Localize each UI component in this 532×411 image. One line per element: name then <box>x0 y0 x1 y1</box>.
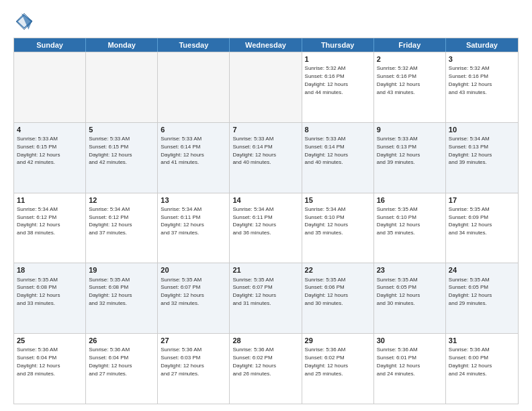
day-info: Sunrise: 5:35 AM Sunset: 6:07 PM Dayligh… <box>232 277 275 306</box>
day-cell-8: 8Sunrise: 5:33 AM Sunset: 6:14 PM Daylig… <box>302 123 374 193</box>
day-cell-24: 24Sunrise: 5:35 AM Sunset: 6:05 PM Dayli… <box>446 263 518 333</box>
day-info: Sunrise: 5:35 AM Sunset: 6:09 PM Dayligh… <box>449 206 492 236</box>
day-number: 10 <box>449 125 515 134</box>
day-cell-27: 27Sunrise: 5:36 AM Sunset: 6:03 PM Dayli… <box>158 334 230 404</box>
day-info: Sunrise: 5:33 AM Sunset: 6:14 PM Dayligh… <box>232 136 275 165</box>
day-cell-25: 25Sunrise: 5:36 AM Sunset: 6:04 PM Dayli… <box>14 334 86 404</box>
day-cell-3: 3Sunrise: 5:32 AM Sunset: 6:16 PM Daylig… <box>446 52 518 122</box>
day-number: 11 <box>17 195 83 205</box>
day-cell-6: 6Sunrise: 5:33 AM Sunset: 6:14 PM Daylig… <box>158 123 230 193</box>
day-cell-23: 23Sunrise: 5:35 AM Sunset: 6:05 PM Dayli… <box>374 263 446 333</box>
day-number: 25 <box>17 336 83 345</box>
day-cell-11: 11Sunrise: 5:34 AM Sunset: 6:12 PM Dayli… <box>14 193 86 263</box>
day-cell-28: 28Sunrise: 5:36 AM Sunset: 6:02 PM Dayli… <box>230 334 302 404</box>
day-info: Sunrise: 5:33 AM Sunset: 6:13 PM Dayligh… <box>377 136 420 165</box>
calendar-body: 1Sunrise: 5:32 AM Sunset: 6:16 PM Daylig… <box>14 52 518 404</box>
header-day-tuesday: Tuesday <box>158 38 230 52</box>
day-cell-22: 22Sunrise: 5:35 AM Sunset: 6:06 PM Dayli… <box>302 263 374 333</box>
day-info: Sunrise: 5:35 AM Sunset: 6:08 PM Dayligh… <box>89 277 132 306</box>
day-info: Sunrise: 5:35 AM Sunset: 6:05 PM Dayligh… <box>449 277 492 306</box>
day-cell-12: 12Sunrise: 5:34 AM Sunset: 6:12 PM Dayli… <box>86 193 158 263</box>
day-number: 23 <box>377 265 443 275</box>
day-number: 22 <box>305 265 371 275</box>
empty-cell-0-1 <box>86 52 158 122</box>
day-cell-18: 18Sunrise: 5:35 AM Sunset: 6:08 PM Dayli… <box>14 263 86 333</box>
day-info: Sunrise: 5:36 AM Sunset: 6:02 PM Dayligh… <box>232 347 275 376</box>
day-number: 29 <box>305 336 371 345</box>
day-cell-21: 21Sunrise: 5:35 AM Sunset: 6:07 PM Dayli… <box>230 263 302 333</box>
day-cell-4: 4Sunrise: 5:33 AM Sunset: 6:15 PM Daylig… <box>14 123 86 193</box>
header-day-saturday: Saturday <box>446 38 518 52</box>
day-cell-17: 17Sunrise: 5:35 AM Sunset: 6:09 PM Dayli… <box>446 193 518 263</box>
empty-cell-0-3 <box>230 52 302 122</box>
day-info: Sunrise: 5:34 AM Sunset: 6:11 PM Dayligh… <box>232 206 275 236</box>
day-info: Sunrise: 5:35 AM Sunset: 6:10 PM Dayligh… <box>377 206 420 236</box>
header <box>13 11 519 32</box>
day-info: Sunrise: 5:36 AM Sunset: 6:02 PM Dayligh… <box>305 347 348 376</box>
day-number: 16 <box>377 195 443 205</box>
day-number: 13 <box>161 195 226 205</box>
calendar-row-2: 11Sunrise: 5:34 AM Sunset: 6:12 PM Dayli… <box>14 193 518 263</box>
day-number: 28 <box>232 336 298 345</box>
day-number: 2 <box>377 54 443 64</box>
day-info: Sunrise: 5:34 AM Sunset: 6:12 PM Dayligh… <box>89 206 132 236</box>
day-info: Sunrise: 5:34 AM Sunset: 6:13 PM Dayligh… <box>449 136 492 165</box>
empty-cell-0-2 <box>158 52 230 122</box>
day-number: 24 <box>449 265 515 275</box>
day-info: Sunrise: 5:35 AM Sunset: 6:07 PM Dayligh… <box>161 277 204 306</box>
calendar-header: SundayMondayTuesdayWednesdayThursdayFrid… <box>14 38 518 52</box>
day-number: 7 <box>232 125 298 134</box>
day-cell-5: 5Sunrise: 5:33 AM Sunset: 6:15 PM Daylig… <box>86 123 158 193</box>
day-info: Sunrise: 5:32 AM Sunset: 6:16 PM Dayligh… <box>377 65 420 95</box>
day-cell-9: 9Sunrise: 5:33 AM Sunset: 6:13 PM Daylig… <box>374 123 446 193</box>
day-cell-30: 30Sunrise: 5:36 AM Sunset: 6:01 PM Dayli… <box>374 334 446 404</box>
day-number: 5 <box>89 125 154 134</box>
calendar-row-3: 18Sunrise: 5:35 AM Sunset: 6:08 PM Dayli… <box>14 263 518 333</box>
day-number: 15 <box>305 195 371 205</box>
day-info: Sunrise: 5:32 AM Sunset: 6:16 PM Dayligh… <box>305 65 348 95</box>
calendar-row-0: 1Sunrise: 5:32 AM Sunset: 6:16 PM Daylig… <box>14 52 518 122</box>
day-number: 6 <box>161 125 226 134</box>
day-number: 18 <box>17 265 83 275</box>
day-number: 19 <box>89 265 154 275</box>
logo-icon <box>13 11 35 32</box>
day-number: 26 <box>89 336 154 345</box>
day-cell-16: 16Sunrise: 5:35 AM Sunset: 6:10 PM Dayli… <box>374 193 446 263</box>
header-day-monday: Monday <box>86 38 158 52</box>
day-number: 30 <box>377 336 443 345</box>
day-number: 12 <box>89 195 154 205</box>
day-info: Sunrise: 5:36 AM Sunset: 6:04 PM Dayligh… <box>17 347 60 376</box>
day-cell-29: 29Sunrise: 5:36 AM Sunset: 6:02 PM Dayli… <box>302 334 374 404</box>
day-cell-10: 10Sunrise: 5:34 AM Sunset: 6:13 PM Dayli… <box>446 123 518 193</box>
day-number: 27 <box>161 336 226 345</box>
day-number: 8 <box>305 125 371 134</box>
day-info: Sunrise: 5:36 AM Sunset: 6:00 PM Dayligh… <box>449 347 492 376</box>
day-number: 4 <box>17 125 83 134</box>
day-info: Sunrise: 5:36 AM Sunset: 6:03 PM Dayligh… <box>161 347 204 376</box>
day-info: Sunrise: 5:35 AM Sunset: 6:05 PM Dayligh… <box>377 277 420 306</box>
day-number: 9 <box>377 125 443 134</box>
header-day-thursday: Thursday <box>302 38 374 52</box>
day-info: Sunrise: 5:33 AM Sunset: 6:15 PM Dayligh… <box>17 136 60 165</box>
day-info: Sunrise: 5:34 AM Sunset: 6:11 PM Dayligh… <box>161 206 204 236</box>
day-number: 17 <box>449 195 515 205</box>
day-number: 21 <box>232 265 298 275</box>
day-info: Sunrise: 5:35 AM Sunset: 6:06 PM Dayligh… <box>305 277 348 306</box>
day-number: 14 <box>232 195 298 205</box>
day-cell-7: 7Sunrise: 5:33 AM Sunset: 6:14 PM Daylig… <box>230 123 302 193</box>
header-day-sunday: Sunday <box>14 38 86 52</box>
day-number: 1 <box>305 54 371 64</box>
day-number: 31 <box>449 336 515 345</box>
day-number: 20 <box>161 265 226 275</box>
day-cell-26: 26Sunrise: 5:36 AM Sunset: 6:04 PM Dayli… <box>86 334 158 404</box>
day-cell-14: 14Sunrise: 5:34 AM Sunset: 6:11 PM Dayli… <box>230 193 302 263</box>
day-info: Sunrise: 5:34 AM Sunset: 6:12 PM Dayligh… <box>17 206 60 236</box>
day-info: Sunrise: 5:35 AM Sunset: 6:08 PM Dayligh… <box>17 277 60 306</box>
day-cell-20: 20Sunrise: 5:35 AM Sunset: 6:07 PM Dayli… <box>158 263 230 333</box>
page: SundayMondayTuesdayWednesdayThursdayFrid… <box>0 0 532 411</box>
day-info: Sunrise: 5:36 AM Sunset: 6:01 PM Dayligh… <box>377 347 420 376</box>
day-cell-15: 15Sunrise: 5:34 AM Sunset: 6:10 PM Dayli… <box>302 193 374 263</box>
day-number: 3 <box>449 54 515 64</box>
day-cell-31: 31Sunrise: 5:36 AM Sunset: 6:00 PM Dayli… <box>446 334 518 404</box>
header-day-wednesday: Wednesday <box>230 38 302 52</box>
